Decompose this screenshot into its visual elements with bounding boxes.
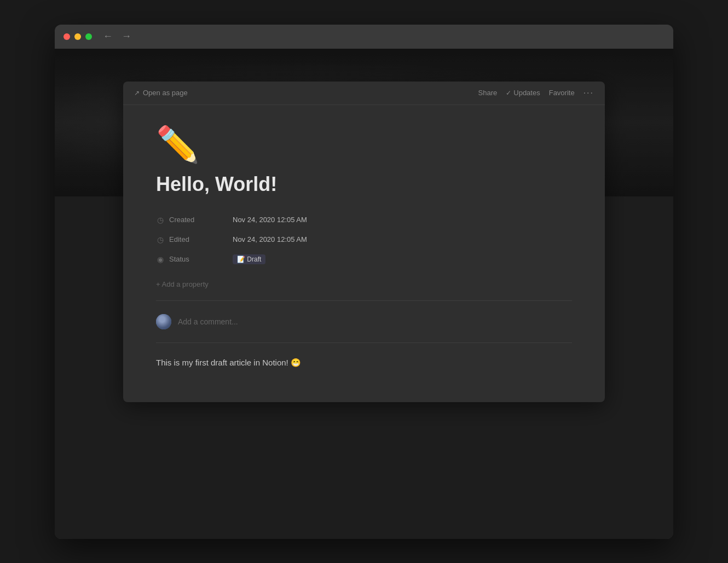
page-toolbar: ↗ Open as page Share ✓ Updates Favorite: [123, 82, 605, 105]
add-property-label: + Add a property: [156, 280, 209, 288]
titlebar: ← →: [55, 25, 673, 49]
property-row-edited: Edited Nov 24, 2020 12:05 AM: [156, 231, 572, 248]
forward-button[interactable]: →: [119, 30, 134, 43]
maximize-button[interactable]: [85, 33, 92, 40]
status-badge-text: 📝 Draft: [237, 256, 261, 263]
clock-icon-edited: [156, 235, 165, 244]
comment-input[interactable]: Add a comment...: [178, 317, 238, 326]
status-label: Status: [169, 255, 189, 263]
page-content: ✏️ Hello, World! Created Nov 24, 2020 12…: [123, 105, 605, 402]
share-button[interactable]: Share: [478, 89, 498, 97]
edited-value[interactable]: Nov 24, 2020 12:05 AM: [233, 235, 307, 243]
property-row-status: Status 📝 Draft: [156, 251, 572, 268]
status-icon: [156, 255, 165, 264]
edited-label: Edited: [169, 235, 189, 243]
open-as-page-icon: ↗: [134, 89, 140, 97]
avatar: [156, 314, 171, 329]
add-property-button[interactable]: + Add a property: [156, 277, 209, 292]
page-modal: ↗ Open as page Share ✓ Updates Favorite: [123, 82, 605, 402]
comment-area: Add a comment...: [156, 310, 572, 334]
share-label: Share: [478, 89, 498, 97]
open-as-page-label: Open as page: [143, 89, 188, 97]
page-icon: ✏️: [156, 127, 572, 162]
nav-buttons: ← →: [101, 30, 134, 43]
property-label-created: Created: [156, 216, 233, 224]
page-title: Hello, World!: [156, 173, 572, 196]
favorite-button[interactable]: Favorite: [549, 89, 575, 97]
toolbar-right: Share ✓ Updates Favorite ···: [478, 88, 594, 98]
more-options-button[interactable]: ···: [583, 88, 594, 98]
property-row-created: Created Nov 24, 2020 12:05 AM: [156, 211, 572, 229]
created-value[interactable]: Nov 24, 2020 12:05 AM: [233, 216, 307, 224]
minimize-button[interactable]: [74, 33, 81, 40]
property-label-status: Status: [156, 255, 233, 264]
open-as-page-button[interactable]: ↗ Open as page: [134, 89, 188, 97]
traffic-lights: [63, 33, 92, 40]
modal-overlay: ↗ Open as page Share ✓ Updates Favorite: [55, 49, 673, 539]
content-area: ↗ Open as page Share ✓ Updates Favorite: [55, 49, 673, 539]
page-body: This is my first draft article in Notion…: [156, 356, 572, 369]
divider-1: [156, 300, 572, 301]
created-label: Created: [169, 216, 194, 224]
property-label-edited: Edited: [156, 235, 233, 244]
favorite-label: Favorite: [549, 89, 575, 97]
divider-2: [156, 343, 572, 343]
avatar-image: [156, 314, 171, 329]
close-button[interactable]: [63, 33, 70, 40]
updates-button[interactable]: ✓ Updates: [506, 89, 540, 97]
status-badge[interactable]: 📝 Draft: [233, 254, 265, 264]
check-icon: ✓: [506, 89, 511, 97]
properties: Created Nov 24, 2020 12:05 AM Edited Nov…: [156, 211, 572, 268]
updates-label: Updates: [513, 89, 540, 97]
clock-icon-created: [156, 216, 165, 224]
window: ← → ↗ Open as page Share ✓: [55, 25, 673, 539]
back-button[interactable]: ←: [101, 30, 115, 43]
